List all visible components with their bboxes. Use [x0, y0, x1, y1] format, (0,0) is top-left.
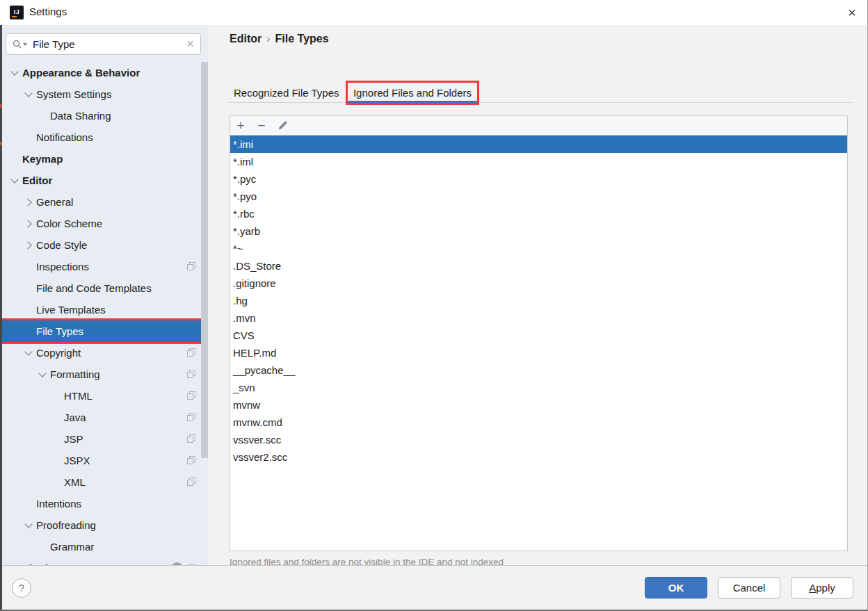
- list-item[interactable]: .hg: [230, 292, 847, 309]
- tab-ignored-files-and-folders[interactable]: Ignored Files and Folders: [348, 83, 477, 103]
- chevron-down-icon[interactable]: [8, 174, 22, 188]
- chevron-icon[interactable]: [22, 497, 36, 511]
- chevron-icon[interactable]: [8, 152, 22, 166]
- list-item[interactable]: .DS_Store: [230, 257, 847, 275]
- sidebar-item-html[interactable]: HTML: [0, 385, 202, 407]
- sidebar-item-jsp[interactable]: JSP: [0, 428, 202, 450]
- remove-button[interactable]: −: [251, 117, 272, 135]
- intellij-logo-icon: IJ: [10, 6, 24, 19]
- chevron-icon[interactable]: [50, 454, 64, 468]
- list-item[interactable]: *.rbc: [230, 205, 847, 222]
- chevron-right-icon[interactable]: [22, 195, 36, 209]
- pencil-icon: [278, 120, 288, 131]
- list-item[interactable]: CVS: [230, 327, 847, 344]
- sidebar-item-notifications[interactable]: Notifications: [0, 127, 202, 148]
- sidebar-item-keymap[interactable]: Keymap: [0, 148, 202, 170]
- sidebar-item-file-and-code-templates[interactable]: File and Code Templates: [0, 277, 202, 299]
- breadcrumb-separator: ›: [262, 33, 275, 44]
- sidebar-item-data-sharing[interactable]: Data Sharing: [0, 105, 202, 127]
- sidebar-item-system-settings[interactable]: System Settings: [0, 83, 202, 105]
- breadcrumb-editor[interactable]: Editor: [230, 33, 262, 44]
- breadcrumb-file-types[interactable]: File Types: [275, 33, 329, 44]
- edit-button[interactable]: [272, 115, 293, 136]
- chevron-icon[interactable]: [22, 303, 36, 317]
- list-item[interactable]: mvnw.cmd: [230, 414, 847, 431]
- list-item[interactable]: *.pyc: [230, 170, 847, 188]
- list-item[interactable]: *.iml: [230, 153, 847, 170]
- sidebar-item-intentions[interactable]: Intentions: [0, 493, 202, 514]
- ok-button[interactable]: OK: [645, 577, 707, 598]
- close-icon[interactable]: ×: [848, 3, 856, 22]
- sidebar-item-live-templates[interactable]: Live Templates: [0, 299, 202, 320]
- list-item[interactable]: *.pyo: [230, 188, 847, 205]
- list-item[interactable]: __pycache__: [230, 361, 847, 379]
- copy-scheme-icon: [187, 370, 196, 379]
- title-bar: IJ Settings ×: [0, 0, 867, 25]
- sidebar-item-file-types[interactable]: File Types: [0, 320, 202, 342]
- chevron-icon[interactable]: [22, 131, 36, 145]
- sidebar-item-editor[interactable]: Editor: [0, 170, 202, 191]
- sidebar-item-label: Data Sharing: [50, 110, 202, 122]
- settings-sidebar: × Appearance & Behavior System Settings …: [0, 25, 209, 567]
- sidebar-item-label: Java: [64, 412, 187, 423]
- sidebar-item-label: File and Code Templates: [36, 282, 202, 294]
- sidebar-item-label: Appearance & Behavior: [22, 67, 202, 79]
- list-item[interactable]: HELP.md: [230, 344, 847, 361]
- sidebar-item-label: General: [36, 196, 202, 208]
- clear-search-icon[interactable]: ×: [186, 37, 194, 51]
- sidebar-item-xml[interactable]: XML: [0, 471, 202, 493]
- sidebar-item-formatting[interactable]: Formatting: [0, 364, 202, 385]
- chevron-icon[interactable]: [50, 411, 64, 425]
- sidebar-item-general[interactable]: General: [0, 191, 202, 213]
- chevron-down-icon[interactable]: [22, 346, 36, 360]
- sidebar-item-copyright[interactable]: Copyright: [0, 342, 202, 364]
- footer-bar: ? OK Cancel Apply: [0, 565, 867, 610]
- sidebar-item-label: Notifications: [36, 131, 202, 143]
- chevron-down-icon[interactable]: [22, 88, 36, 101]
- chevron-icon[interactable]: [50, 389, 64, 403]
- list-item[interactable]: vssver2.scc: [230, 448, 847, 466]
- chevron-right-icon[interactable]: [22, 217, 36, 231]
- sidebar-scrollbar[interactable]: [201, 62, 208, 458]
- list-item[interactable]: mvnw: [230, 396, 847, 414]
- chevron-down-icon[interactable]: [36, 368, 50, 382]
- copy-scheme-icon: [187, 434, 196, 443]
- copy-scheme-icon: [187, 262, 196, 271]
- list-item[interactable]: *.yarb: [230, 222, 847, 240]
- tab-recognized-file-types[interactable]: Recognized File Types: [228, 83, 344, 103]
- chevron-icon[interactable]: [50, 432, 64, 446]
- sidebar-item-color-scheme[interactable]: Color Scheme: [0, 213, 202, 234]
- chevron-icon[interactable]: [36, 109, 50, 123]
- sidebar-item-appearance-behavior[interactable]: Appearance & Behavior: [0, 62, 202, 83]
- sidebar-item-inspections[interactable]: Inspections: [0, 256, 202, 277]
- chevron-icon[interactable]: [22, 260, 36, 274]
- sidebar-item-code-style[interactable]: Code Style: [0, 234, 202, 256]
- sidebar-item-label: Inspections: [36, 261, 187, 272]
- help-button[interactable]: ?: [12, 578, 31, 598]
- list-item[interactable]: .gitignore: [230, 275, 847, 292]
- sidebar-item-java[interactable]: Java: [0, 407, 202, 428]
- search-input[interactable]: [33, 38, 186, 50]
- list-item[interactable]: .mvn: [230, 309, 847, 327]
- sidebar-item-jspx[interactable]: JSPX: [0, 450, 202, 471]
- chevron-icon[interactable]: [22, 282, 36, 295]
- list-item[interactable]: *.imi: [230, 136, 847, 153]
- sidebar-item-label: Copyright: [36, 347, 187, 359]
- list-item[interactable]: _svn: [230, 379, 847, 396]
- sidebar-item-proofreading[interactable]: Proofreading: [0, 514, 202, 536]
- chevron-icon[interactable]: [22, 325, 36, 339]
- chevron-icon[interactable]: [50, 475, 64, 489]
- search-icon[interactable]: [12, 39, 27, 49]
- ignored-files-list: *.imi*.iml*.pyc*.pyo*.rbc*.yarb*~.DS_Sto…: [230, 136, 847, 551]
- chevron-down-icon[interactable]: [8, 66, 22, 80]
- add-button[interactable]: +: [230, 117, 251, 135]
- list-item[interactable]: *~: [230, 240, 847, 257]
- apply-button[interactable]: Apply: [791, 577, 853, 598]
- list-item[interactable]: vssver.scc: [230, 431, 847, 448]
- sidebar-item-grammar[interactable]: Grammar: [0, 536, 202, 557]
- sidebar-item-label: Formatting: [50, 368, 187, 380]
- chevron-icon[interactable]: [36, 540, 50, 554]
- chevron-right-icon[interactable]: [22, 238, 36, 252]
- chevron-down-icon[interactable]: [22, 519, 36, 532]
- cancel-button[interactable]: Cancel: [718, 577, 780, 598]
